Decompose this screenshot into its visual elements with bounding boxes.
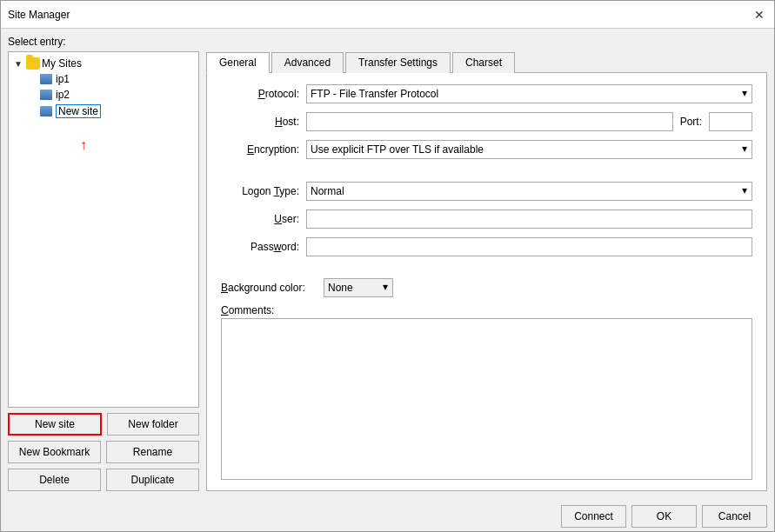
tree-item-label-ip1: ip1 bbox=[56, 73, 70, 85]
cancel-button[interactable]: Cancel bbox=[702, 505, 767, 528]
tab-general[interactable]: General bbox=[206, 52, 270, 73]
comments-label: Comments: bbox=[221, 304, 752, 316]
rename-button[interactable]: Rename bbox=[106, 441, 199, 463]
tabs: General Advanced Transfer Settings Chars… bbox=[206, 51, 767, 73]
select-entry-label: Select entry: bbox=[8, 36, 767, 48]
site-icon-ip1 bbox=[40, 74, 52, 84]
logon-type-select[interactable]: Normal Anonymous Ask for password Intera… bbox=[306, 182, 752, 201]
site-manager-window: Site Manager ✕ Select entry: ▼ My Sites bbox=[0, 0, 775, 532]
tree-item-new-site[interactable]: New site bbox=[12, 103, 195, 120]
logon-type-select-wrapper: Normal Anonymous Ask for password Intera… bbox=[306, 182, 752, 201]
bg-color-label: Background color: bbox=[221, 282, 317, 294]
tree-item-ip1[interactable]: ip1 bbox=[12, 71, 195, 87]
bg-color-row: Background color: None Red Green Blue Ye… bbox=[221, 278, 752, 297]
duplicate-button[interactable]: Duplicate bbox=[106, 469, 199, 491]
tree-item-label-new-site: New site bbox=[56, 104, 101, 118]
delete-button[interactable]: Delete bbox=[8, 469, 101, 491]
bg-color-select[interactable]: None Red Green Blue Yellow bbox=[324, 278, 393, 297]
expand-icon: ▼ bbox=[14, 59, 24, 69]
host-row: Host: Port: bbox=[221, 111, 752, 132]
password-input[interactable] bbox=[306, 237, 752, 256]
user-row: User: bbox=[221, 209, 752, 229]
host-label: Host: bbox=[221, 116, 299, 128]
logon-type-row: Logon Type: Normal Anonymous Ask for pas… bbox=[221, 181, 752, 202]
connect-button[interactable]: Connect bbox=[561, 505, 626, 528]
password-row: Password: bbox=[221, 236, 752, 257]
tab-charset[interactable]: Charset bbox=[452, 52, 515, 73]
tab-content-general: Protocol: FTP - File Transfer Protocol S… bbox=[206, 73, 767, 491]
user-label: User: bbox=[221, 213, 299, 225]
bg-color-select-wrapper: None Red Green Blue Yellow bbox=[324, 278, 393, 297]
folder-label: My Sites bbox=[42, 57, 82, 70]
button-row-1: New site New folder bbox=[8, 413, 199, 436]
button-row-3: Delete Duplicate bbox=[8, 469, 199, 491]
site-icon-new-site bbox=[40, 106, 52, 116]
tab-transfer-settings[interactable]: Transfer Settings bbox=[345, 52, 451, 73]
close-button[interactable]: ✕ bbox=[752, 7, 767, 23]
spacer-1 bbox=[221, 167, 752, 174]
encryption-label: Encryption: bbox=[221, 143, 299, 156]
ok-button[interactable]: OK bbox=[631, 505, 697, 528]
new-bookmark-button[interactable]: New Bookmark bbox=[8, 441, 101, 463]
right-panel: General Advanced Transfer Settings Chars… bbox=[206, 51, 767, 491]
protocol-row: Protocol: FTP - File Transfer Protocol S… bbox=[221, 83, 752, 104]
button-row-2: New Bookmark Rename bbox=[8, 441, 199, 463]
comments-section: Comments: bbox=[221, 304, 752, 480]
bottom-bar: Connect OK Cancel bbox=[1, 498, 774, 531]
password-label: Password: bbox=[221, 241, 299, 253]
main-area: ▼ My Sites ip1 ip2 bbox=[8, 51, 767, 491]
logon-type-label: Logon Type: bbox=[221, 185, 299, 197]
port-input[interactable] bbox=[709, 112, 752, 131]
encryption-select[interactable]: Use explicit FTP over TLS if available O… bbox=[306, 140, 752, 159]
encryption-row: Encryption: Use explicit FTP over TLS if… bbox=[221, 139, 752, 160]
new-folder-button[interactable]: New folder bbox=[107, 413, 199, 436]
protocol-label: Protocol: bbox=[221, 88, 299, 100]
protocol-select-wrapper: FTP - File Transfer Protocol SFTP - SSH … bbox=[306, 84, 752, 103]
tab-advanced[interactable]: Advanced bbox=[271, 52, 344, 73]
title-bar: Site Manager ✕ bbox=[1, 1, 774, 29]
left-panel: ▼ My Sites ip1 ip2 bbox=[8, 51, 199, 491]
tree-item-label-ip2: ip2 bbox=[56, 89, 70, 101]
window-title: Site Manager bbox=[8, 9, 70, 21]
protocol-select[interactable]: FTP - File Transfer Protocol SFTP - SSH … bbox=[306, 84, 752, 103]
arrow-indicator: ↑ bbox=[80, 137, 87, 153]
spacer-2 bbox=[221, 264, 752, 271]
user-input[interactable] bbox=[306, 209, 752, 229]
site-icon-ip2 bbox=[40, 90, 52, 100]
port-label: Port: bbox=[680, 116, 702, 128]
encryption-select-wrapper: Use explicit FTP over TLS if available O… bbox=[306, 140, 752, 159]
folder-icon bbox=[26, 57, 40, 70]
comments-textarea[interactable] bbox=[221, 318, 752, 480]
tree-area: ▼ My Sites ip1 ip2 bbox=[8, 51, 199, 408]
new-site-button[interactable]: New site bbox=[8, 413, 102, 436]
tree-folder-row[interactable]: ▼ My Sites bbox=[12, 56, 195, 71]
tree-item-ip2[interactable]: ip2 bbox=[12, 87, 195, 103]
window-content: Select entry: ▼ My Sites ip1 bbox=[1, 29, 774, 498]
host-input[interactable] bbox=[306, 112, 673, 131]
